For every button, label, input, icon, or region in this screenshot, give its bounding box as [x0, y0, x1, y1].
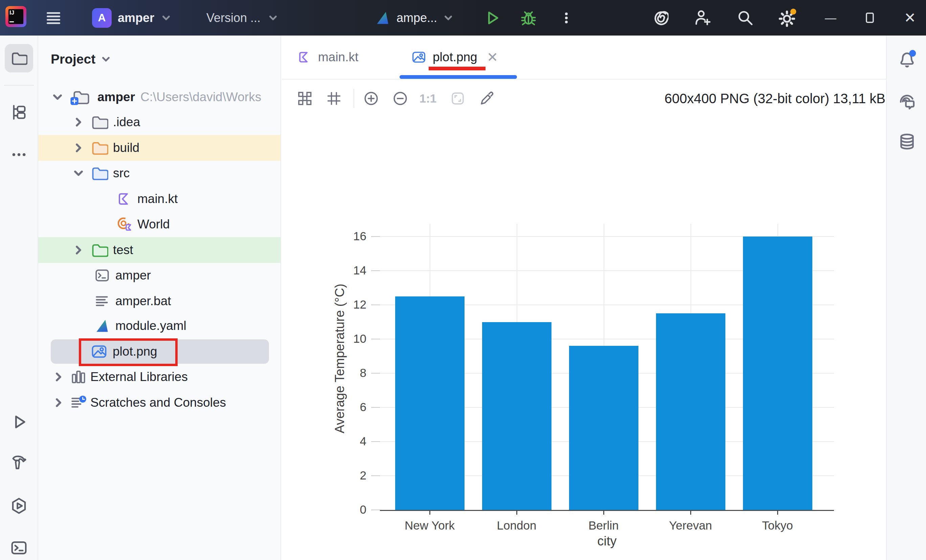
- project-panel-title: Project: [51, 52, 95, 67]
- tree-item-scratches[interactable]: Scratches and Consoles: [38, 390, 281, 416]
- annotation-box-plot-png: [79, 338, 178, 366]
- annotation-underline-plot-png: [429, 67, 486, 70]
- toolbar-separator: [354, 89, 354, 108]
- tree-item-amper-file[interactable]: amper: [38, 263, 281, 288]
- actual-size-button[interactable]: 1:1: [419, 89, 437, 108]
- hexagon-play-icon: [10, 497, 28, 515]
- tree-item-test[interactable]: test: [38, 237, 281, 263]
- shell-file-icon: [94, 267, 110, 284]
- folder-icon: [91, 114, 108, 131]
- ai-swirl-icon: [650, 9, 669, 27]
- project-panel: Project amper C:\Users\david\Works .idea: [38, 36, 281, 560]
- fit-to-window-button[interactable]: [448, 89, 467, 108]
- tree-item-module-yaml[interactable]: module.yaml: [38, 313, 281, 339]
- tree-item-amper-bat[interactable]: amper.bat: [38, 288, 281, 314]
- tree-item-path: C:\Users\david\Works: [141, 90, 261, 104]
- folder-icon: [91, 139, 108, 157]
- project-widget[interactable]: A amper: [92, 0, 172, 36]
- vcs-widget[interactable]: Version ...: [206, 0, 279, 36]
- ai-chat-icon: [897, 92, 917, 110]
- zoom-in-icon: [363, 90, 380, 107]
- title-bar: IJ A amper Version ... ampe...: [0, 0, 926, 36]
- run-config-name: ampe...: [396, 11, 437, 25]
- tree-item-label: test: [113, 243, 133, 257]
- debug-button[interactable]: [520, 0, 537, 36]
- chevron-down-icon: [100, 53, 112, 65]
- zoom-out-button[interactable]: [391, 89, 410, 108]
- gear-icon: [778, 9, 796, 27]
- tree-item-external-libraries[interactable]: External Libraries: [38, 364, 281, 390]
- notification-badge: [909, 50, 916, 57]
- build-toolwindow-button[interactable]: [5, 448, 33, 476]
- zoom-in-button[interactable]: [362, 89, 381, 108]
- maximize-button[interactable]: [863, 0, 877, 36]
- tree-item-src[interactable]: src: [38, 160, 281, 186]
- settings-badge: [790, 9, 796, 15]
- toggle-transparency-chessboard-button[interactable]: [295, 89, 314, 108]
- tree-item-idea[interactable]: .idea: [38, 109, 281, 135]
- run-toolwindow-button[interactable]: [5, 408, 33, 436]
- chevron-right-icon: [52, 396, 65, 409]
- fit-content-icon: [449, 90, 466, 107]
- tab-label: plot.png: [433, 50, 477, 64]
- tree-item-label: amper.bat: [115, 294, 171, 308]
- tree-item-label: amper: [115, 268, 151, 283]
- libraries-icon: [70, 368, 87, 385]
- ai-assistant-toolwindow-button[interactable]: [893, 87, 921, 115]
- tab-label: main.kt: [318, 50, 358, 64]
- eyedropper-icon: [479, 90, 495, 107]
- chevron-down-icon: [160, 12, 172, 24]
- editor-area: main.kt plot.png ✕: [282, 36, 886, 560]
- chevron-right-icon: [72, 115, 85, 129]
- tree-item-build[interactable]: build: [38, 135, 281, 161]
- right-toolwindow-stripe: [886, 36, 926, 560]
- minimize-button[interactable]: —: [825, 0, 836, 36]
- tab-plot-png[interactable]: plot.png ✕: [411, 36, 498, 79]
- maximize-icon: [863, 11, 877, 25]
- grid-icon: [326, 91, 342, 106]
- tab-main-kt[interactable]: main.kt: [297, 36, 358, 79]
- folder-icon: [11, 50, 27, 67]
- notifications-button[interactable]: [893, 45, 921, 73]
- zoom-out-icon: [392, 90, 409, 107]
- text-file-icon: [94, 293, 110, 310]
- run-button[interactable]: [483, 0, 501, 36]
- tree-item-main-kt[interactable]: main.kt: [38, 186, 281, 212]
- toggle-grid-button[interactable]: [324, 89, 343, 108]
- chevron-down-icon: [72, 166, 85, 180]
- project-panel-header[interactable]: Project: [51, 52, 112, 67]
- folder-icon: [91, 165, 108, 182]
- tab-close-icon[interactable]: ✕: [487, 49, 498, 65]
- more-actions-button[interactable]: [559, 0, 574, 36]
- services-toolwindow-button[interactable]: [5, 492, 33, 520]
- hammer-icon: [10, 453, 28, 471]
- database-toolwindow-button[interactable]: [893, 127, 921, 156]
- ai-assistant-button[interactable]: [650, 0, 669, 36]
- chevron-down-icon: [267, 12, 279, 24]
- amper-logo-icon: [94, 317, 110, 334]
- search-everywhere-button[interactable]: [736, 0, 755, 36]
- main-menu-button[interactable]: [45, 0, 62, 36]
- tree-item-amper-root[interactable]: amper C:\Users\david\Works: [38, 84, 281, 110]
- pick-color-button[interactable]: [477, 89, 496, 108]
- stripe-divider: [4, 85, 34, 86]
- bell-icon: [897, 50, 917, 69]
- code-with-me-button[interactable]: [694, 0, 712, 36]
- search-icon: [736, 9, 755, 27]
- close-button[interactable]: ✕: [904, 0, 916, 36]
- chevron-right-icon: [52, 370, 65, 384]
- tree-item-label: .idea: [113, 115, 140, 129]
- tree-item-label: main.kt: [138, 192, 178, 206]
- settings-button[interactable]: [778, 0, 796, 36]
- more-toolwindows-button[interactable]: [5, 141, 33, 169]
- structure-toolwindow-button[interactable]: [5, 98, 33, 127]
- project-toolwindow-button[interactable]: [5, 44, 33, 73]
- image-info-label: 600x400 PNG (32-bit color) 13,11 kB: [664, 91, 885, 106]
- run-configuration-widget[interactable]: ampe...: [374, 0, 454, 36]
- tree-item-world[interactable]: World: [38, 212, 281, 237]
- left-toolwindow-stripe: [0, 36, 38, 560]
- terminal-toolwindow-button[interactable]: [5, 534, 33, 560]
- chevron-down-icon: [51, 90, 64, 104]
- tree-item-label: World: [138, 217, 170, 232]
- image-viewer-toolbar: 1:1 600x400 PNG (32-bit col: [282, 80, 886, 118]
